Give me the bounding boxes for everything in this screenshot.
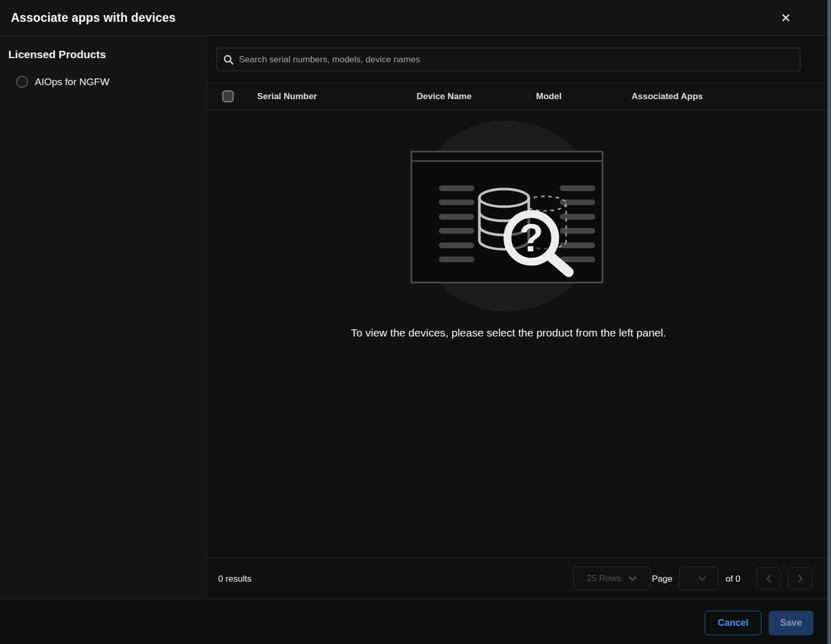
associate-apps-dialog: Associate apps with devices ✕ Licensed P… (0, 0, 831, 644)
product-radio[interactable] (16, 76, 28, 88)
table-footer: 0 results 25 Rows Page of 0 (207, 558, 831, 599)
licensed-products-panel: Licensed Products AIOps for NGFW (0, 36, 207, 599)
empty-state-message: To view the devices, please select the p… (207, 327, 810, 339)
page-label: Page (652, 558, 673, 599)
page-number-select[interactable] (679, 567, 718, 590)
scrollbar[interactable] (827, 0, 831, 644)
chevron-down-icon (698, 576, 706, 581)
rows-per-page-value: 25 Rows (587, 573, 621, 584)
table-header-row: Serial Number Device Name Model Associat… (207, 83, 831, 110)
column-device-name: Device Name (417, 84, 472, 110)
empty-state-illustration: ? (397, 114, 618, 318)
chevron-left-icon (766, 574, 771, 583)
column-serial-number: Serial Number (257, 84, 317, 110)
column-associated-apps: Associated Apps (632, 84, 703, 110)
save-button[interactable]: Save (769, 611, 813, 635)
select-all-checkbox[interactable] (222, 90, 234, 102)
rows-per-page-select[interactable]: 25 Rows (573, 567, 651, 590)
devices-panel: Serial Number Device Name Model Associat… (207, 36, 831, 599)
search-input[interactable] (239, 55, 794, 65)
results-count: 0 results (218, 558, 251, 599)
close-icon[interactable]: ✕ (777, 9, 795, 27)
page-count-label: of 0 (726, 558, 740, 599)
chevron-right-icon (798, 574, 803, 583)
column-model: Model (536, 84, 561, 110)
chevron-down-icon (628, 576, 637, 581)
next-page-button[interactable] (788, 567, 812, 589)
licensed-products-heading: Licensed Products (8, 48, 106, 61)
product-option-aiops-ngfw[interactable]: AIOps for NGFW (16, 76, 110, 88)
dialog-header: Associate apps with devices ✕ (0, 0, 831, 36)
dialog-action-bar: Cancel Save (0, 599, 831, 644)
device-search-box[interactable] (217, 48, 800, 71)
cancel-button[interactable]: Cancel (705, 611, 761, 635)
product-label: AIOps for NGFW (35, 76, 110, 88)
dialog-title: Associate apps with devices (11, 0, 176, 35)
search-icon (223, 55, 234, 65)
previous-page-button[interactable] (756, 567, 781, 589)
svg-text:?: ? (519, 216, 543, 260)
